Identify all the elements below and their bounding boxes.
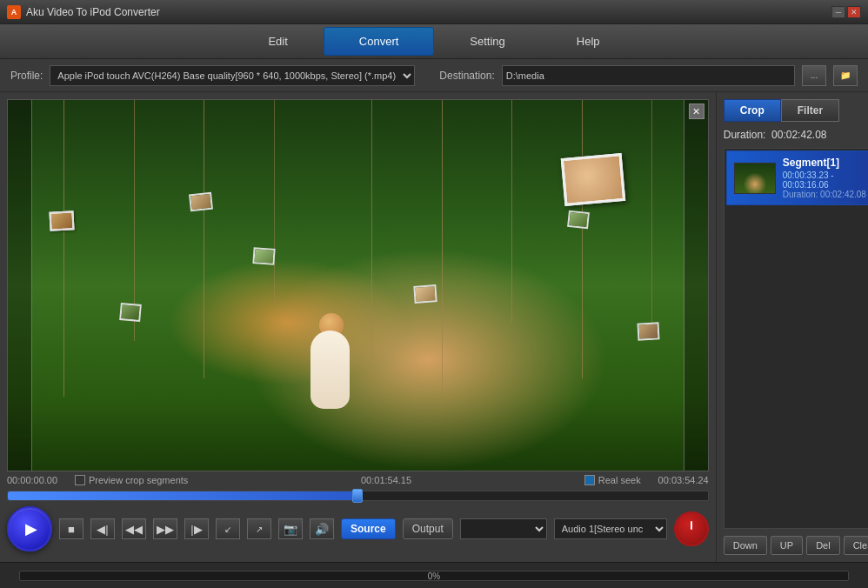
photo-card-1: [50, 210, 75, 231]
right-panel: Crop Filter Duration: 00:02:42.08 Segmen…: [716, 92, 868, 562]
volume-knob[interactable]: [674, 511, 709, 546]
photo-card-4: [252, 248, 275, 266]
photo-card-7: [638, 322, 660, 340]
string-6: [442, 100, 443, 397]
browse-button[interactable]: ...: [802, 65, 826, 86]
duration-row: Duration: 00:02:42.08: [724, 129, 868, 141]
seek-bar[interactable]: [7, 491, 709, 501]
snapshot-button[interactable]: 📷: [278, 518, 303, 539]
duration-label: Duration:: [724, 129, 766, 141]
destination-label: Destination:: [439, 70, 494, 82]
preview-check: Preview crop segments: [75, 475, 188, 485]
fast-forward-button[interactable]: ▶▶: [153, 518, 177, 539]
progress-bar: 0%: [19, 571, 849, 581]
mark-in-button[interactable]: ↙: [216, 518, 240, 539]
menu-help[interactable]: Help: [541, 27, 636, 56]
time-bar: 00:00:00.00 Preview crop segments 00:01:…: [7, 471, 709, 489]
clear-button[interactable]: Clear: [844, 536, 868, 555]
main-content: ✕: [0, 92, 868, 562]
figure: [302, 313, 363, 426]
audio-track-select[interactable]: Audio 1[Stereo unc: [554, 518, 667, 539]
photo-card-6: [567, 210, 590, 229]
menu-convert[interactable]: Convert: [324, 27, 435, 56]
volume-indicator: [691, 521, 692, 530]
destination-path[interactable]: [502, 65, 795, 86]
close-button[interactable]: ✕: [847, 6, 861, 18]
preview-checkbox[interactable]: [75, 475, 85, 485]
play-icon: ▶: [25, 519, 37, 538]
title-bar: A Aku Video To iPod Converter ─ ✕: [0, 0, 868, 24]
rewind-button[interactable]: ◀◀: [122, 518, 146, 539]
photo-card-3: [189, 191, 213, 211]
large-photo-card: [561, 153, 626, 206]
video-close-button[interactable]: ✕: [689, 104, 704, 119]
status-bar: 0%: [0, 562, 868, 588]
preview-label: Preview crop segments: [89, 475, 188, 485]
video-track-select[interactable]: [460, 518, 547, 539]
profile-label: Profile:: [10, 70, 43, 82]
video-frame: [8, 100, 708, 471]
string-9: [651, 100, 652, 341]
source-button[interactable]: Source: [341, 518, 396, 539]
seg-thumb-inner: [735, 164, 775, 193]
app-title: Aku Video To iPod Converter: [26, 6, 831, 18]
menu-bar: Edit Convert Setting Help: [0, 24, 868, 59]
time-start: 00:00:00.00: [7, 475, 68, 485]
app-icon: A: [7, 5, 21, 19]
filter-tab[interactable]: Filter: [781, 99, 839, 122]
seek-thumb[interactable]: [352, 489, 363, 503]
string-1: [63, 100, 64, 397]
audio-button[interactable]: 🔊: [310, 518, 334, 539]
step-back-button[interactable]: ◀|: [90, 518, 115, 539]
crop-tab[interactable]: Crop: [724, 99, 781, 122]
photo-card-2: [119, 303, 142, 322]
seek-fill: [8, 491, 357, 500]
segment-duration: Duration: 00:02:42.08: [783, 190, 868, 199]
segment-title: Segment[1]: [783, 157, 868, 169]
real-seek-label: Real seek: [598, 475, 641, 485]
output-button[interactable]: Output: [403, 518, 453, 539]
photo-card-5: [413, 284, 437, 304]
segment-time: 00:00:33.23 - 00:03:16.06: [783, 170, 868, 190]
video-container: ✕: [7, 99, 709, 471]
video-area: ✕: [0, 92, 716, 562]
controls-bar: ▶ ■ ◀| ◀◀ ▶▶ |▶ ↙ ↗ 📷 🔊 Source Output Au…: [7, 503, 709, 555]
string-7: [511, 100, 512, 323]
profile-select[interactable]: Apple iPod touch AVC(H264) Base quality[…: [50, 65, 415, 86]
crop-overlay-right: [684, 100, 708, 471]
folder-button[interactable]: 📁: [833, 65, 858, 86]
segment-list: Segment[1] 00:00:33.23 - 00:03:16.06 Dur…: [724, 148, 868, 529]
crop-filter-tabs: Crop Filter: [724, 99, 868, 122]
segment-thumbnail: [734, 163, 776, 194]
crop-overlay-left: [8, 100, 32, 471]
menu-setting[interactable]: Setting: [434, 27, 540, 56]
string-3: [204, 100, 204, 378]
mark-out-button[interactable]: ↗: [247, 518, 271, 539]
time-mid: 00:01:54.15: [195, 475, 577, 485]
duration-value: 00:02:42.08: [771, 129, 826, 141]
del-button[interactable]: Del: [806, 536, 840, 555]
real-seek-check: Real seek: [584, 475, 641, 485]
string-5: [371, 100, 372, 359]
step-forward-button[interactable]: |▶: [184, 518, 209, 539]
down-button[interactable]: Down: [724, 536, 767, 555]
segment-item-1[interactable]: Segment[1] 00:00:33.23 - 00:03:16.06 Dur…: [726, 150, 868, 205]
real-seek-checkbox[interactable]: [584, 475, 595, 485]
progress-text: 0%: [428, 571, 440, 580]
play-button[interactable]: ▶: [7, 506, 52, 551]
window-controls: ─ ✕: [831, 6, 861, 18]
menu-edit[interactable]: Edit: [232, 27, 323, 56]
segment-info: Segment[1] 00:00:33.23 - 00:03:16.06 Dur…: [783, 157, 868, 199]
string-4: [274, 100, 275, 304]
segment-controls: Down UP Del Clear: [724, 536, 868, 555]
string-8: [582, 100, 583, 378]
stop-button[interactable]: ■: [59, 518, 83, 539]
up-button[interactable]: UP: [771, 536, 803, 555]
time-end: 00:03:54.24: [648, 475, 709, 485]
photo-inner: [564, 156, 623, 203]
minimize-button[interactable]: ─: [831, 6, 845, 18]
profile-bar: Profile: Apple iPod touch AVC(H264) Base…: [0, 59, 868, 92]
figure-body: [310, 331, 350, 409]
